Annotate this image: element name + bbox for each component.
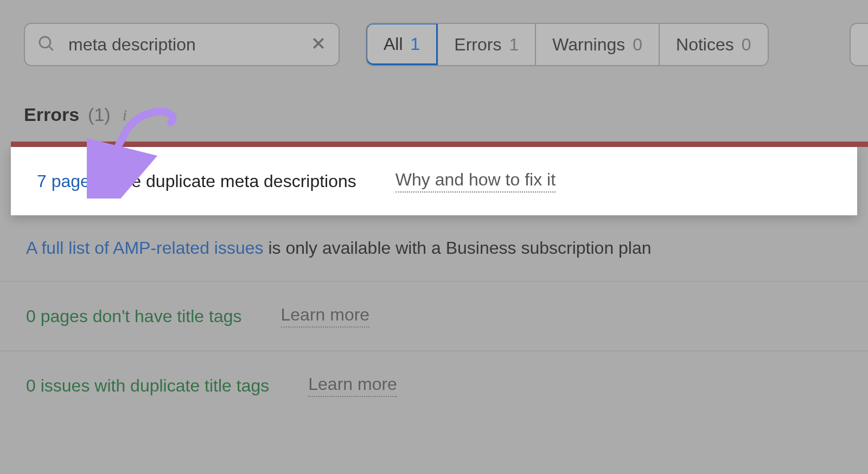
info-icon[interactable]: i	[119, 106, 127, 124]
issue-text: 7 pages have duplicate meta descriptions	[37, 171, 356, 191]
learn-more-link[interactable]: Learn more	[308, 374, 397, 397]
section-header: Errors (1) i	[0, 66, 868, 142]
issue-text: 0 issues with duplicate title tags	[26, 376, 269, 396]
clear-icon[interactable]	[310, 35, 327, 54]
tab-errors[interactable]: Errors 1	[438, 24, 536, 65]
amp-issues-link[interactable]: A full list of AMP-related issues	[26, 238, 264, 258]
tab-count: 0	[742, 35, 751, 55]
issue-row-duplicate-meta[interactable]: 7 pages have duplicate meta descriptions…	[11, 147, 857, 215]
issue-text: 0 pages don't have title tags	[26, 306, 242, 326]
tab-label: Errors	[454, 35, 501, 55]
errors-severity-bar	[11, 142, 868, 147]
search-input[interactable]	[68, 35, 297, 55]
issue-text: A full list of AMP-related issues is onl…	[26, 238, 652, 258]
svg-point-0	[40, 37, 50, 48]
search-icon	[37, 34, 55, 55]
tab-warnings[interactable]: Warnings 0	[536, 24, 660, 65]
tab-label: Notices	[676, 35, 734, 55]
section-title: Errors	[24, 104, 79, 125]
section-count: (1)	[88, 104, 111, 125]
svg-line-1	[49, 47, 53, 50]
issue-row-no-title[interactable]: 0 pages don't have title tags Learn more	[0, 282, 868, 351]
tab-all[interactable]: All 1	[366, 23, 438, 65]
learn-more-link[interactable]: Learn more	[281, 305, 370, 328]
tab-count: 0	[633, 35, 642, 55]
tab-count: 1	[411, 34, 420, 54]
tab-label: All	[384, 34, 403, 54]
tab-notices[interactable]: Notices 0	[660, 24, 768, 65]
why-fix-link[interactable]: Why and how to fix it	[395, 170, 556, 193]
tab-count: 1	[509, 35, 519, 55]
truncated-button[interactable]	[850, 23, 868, 66]
issue-pages-link[interactable]: 7 pages	[37, 171, 99, 191]
issue-row-duplicate-title[interactable]: 0 issues with duplicate title tags Learn…	[0, 351, 868, 420]
issue-row-amp[interactable]: A full list of AMP-related issues is onl…	[0, 215, 868, 282]
search-box[interactable]	[24, 23, 340, 66]
tab-label: Warnings	[552, 35, 625, 55]
filter-tabs: All 1 Errors 1 Warnings 0 Notices 0	[366, 23, 769, 66]
